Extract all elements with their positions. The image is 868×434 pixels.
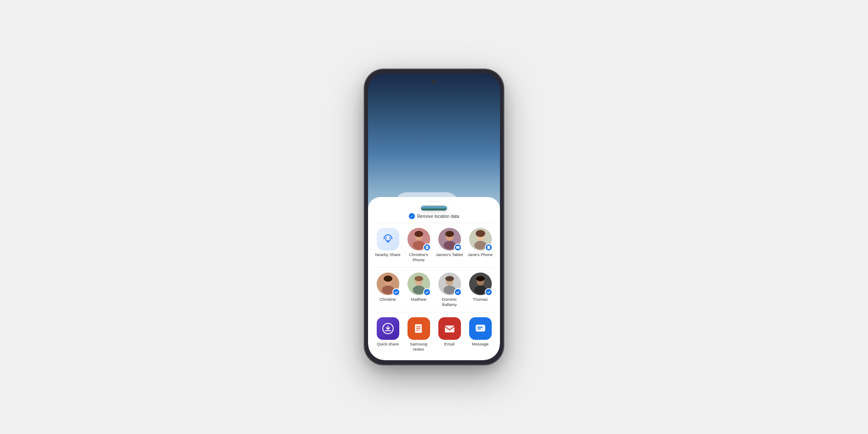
svg-rect-17 <box>487 246 490 249</box>
james-tablet-label: James's Tablet <box>436 252 463 257</box>
christine-avatar <box>377 273 399 295</box>
phone-screen: Remove location data Nearby <box>368 74 500 360</box>
share-sheet: Remove location data Nearby <box>368 197 500 360</box>
nearby-share-icon <box>377 228 399 250</box>
janes-phone-avatar <box>469 228 492 250</box>
thomas-badge <box>485 288 493 296</box>
share-item-christine[interactable]: Christine <box>373 271 402 309</box>
dominic-avatar <box>438 273 461 295</box>
location-row[interactable]: Remove location data <box>409 213 459 219</box>
svg-point-36 <box>476 276 485 281</box>
share-item-quick-share[interactable]: Quick share <box>373 316 402 353</box>
svg-point-16 <box>476 230 485 237</box>
dominic-label: Dominic Ballamy <box>436 297 463 307</box>
share-item-message[interactable]: Message <box>466 316 495 353</box>
matthew-avatar <box>408 273 430 295</box>
share-row-1: Nearby Share <box>373 226 495 264</box>
share-row-3: Quick share Samsung Notes <box>373 316 495 353</box>
thomas-avatar <box>469 273 492 295</box>
svg-point-3 <box>413 241 425 250</box>
share-row-2: Christine <box>373 271 495 309</box>
email-label: Email <box>444 342 455 346</box>
matthew-label: Matthew <box>411 297 427 302</box>
svg-point-30 <box>444 286 456 294</box>
share-item-dominic[interactable]: Dominic Ballamy <box>435 271 464 309</box>
matthew-badge <box>423 288 431 296</box>
janes-phone-label: Jane's Phone <box>468 252 493 257</box>
drag-handle[interactable] <box>427 201 441 202</box>
check-icon <box>409 213 415 219</box>
share-item-matthew[interactable]: Matthew <box>404 271 433 309</box>
svg-rect-12 <box>456 246 460 249</box>
samsung-notes-label: Samsung Notes <box>405 342 432 352</box>
svg-rect-7 <box>426 247 427 248</box>
camera-dot <box>432 80 436 83</box>
svg-rect-44 <box>476 325 485 332</box>
nearby-share-label: Nearby Share <box>375 252 401 257</box>
phone-frame: Remove location data Nearby <box>365 69 503 365</box>
svg-point-11 <box>445 231 454 237</box>
svg-point-20 <box>382 286 394 294</box>
christines-phone-label: Christine's Phone <box>405 252 432 262</box>
svg-rect-46 <box>477 329 481 329</box>
dominic-badge <box>454 288 462 296</box>
svg-point-15 <box>474 241 487 250</box>
quick-share-label: Quick share <box>377 342 399 346</box>
janes-phone-badge <box>485 243 493 251</box>
christine-badge <box>392 288 400 296</box>
james-tablet-badge <box>454 243 462 251</box>
svg-rect-41 <box>416 328 421 329</box>
share-item-samsung-notes[interactable]: Samsung Notes <box>404 316 433 353</box>
email-icon <box>438 317 461 340</box>
james-tablet-avatar <box>438 228 461 250</box>
remove-location-label: Remove location data <box>417 214 459 219</box>
svg-point-10 <box>444 241 456 250</box>
share-item-james-tablet[interactable]: James's Tablet <box>435 226 464 264</box>
svg-point-25 <box>413 286 425 294</box>
share-item-email[interactable]: Email <box>435 316 464 353</box>
message-label: Message <box>472 342 489 346</box>
svg-point-21 <box>384 276 392 282</box>
christine-label: Christine <box>380 297 396 302</box>
share-item-janes-phone[interactable]: Jane's Phone <box>466 226 495 264</box>
christines-phone-badge <box>423 243 431 251</box>
svg-point-26 <box>414 276 423 281</box>
quick-share-icon <box>377 317 399 340</box>
svg-point-35 <box>474 286 487 294</box>
share-item-christines-phone[interactable]: Christine's Phone <box>404 226 433 264</box>
samsung-notes-icon <box>408 317 430 340</box>
svg-rect-43 <box>445 326 454 332</box>
christines-phone-avatar <box>408 228 430 250</box>
thomas-label: Thomas <box>473 297 487 302</box>
share-item-nearby-share[interactable]: Nearby Share <box>373 226 402 264</box>
svg-point-4 <box>414 231 423 237</box>
svg-point-31 <box>445 276 454 281</box>
svg-point-0 <box>387 240 389 243</box>
preview-image <box>421 206 447 210</box>
message-icon <box>469 317 492 340</box>
svg-rect-6 <box>426 247 427 247</box>
svg-rect-42 <box>416 330 419 331</box>
svg-rect-45 <box>477 327 483 328</box>
svg-rect-40 <box>416 326 421 327</box>
share-item-thomas[interactable]: Thomas <box>466 271 495 309</box>
